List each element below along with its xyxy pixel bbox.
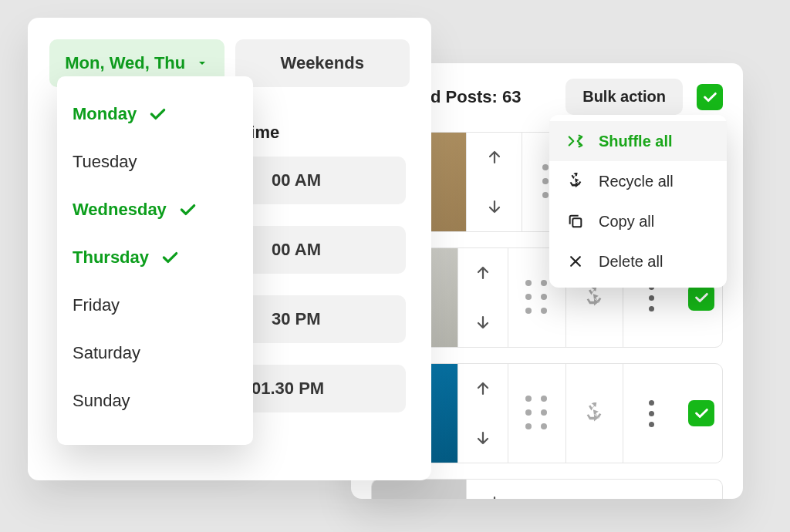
bulk-action-label: Bulk action [582,88,666,106]
day-option-tuesday[interactable]: Tuesday [66,138,244,186]
post-row [371,479,723,499]
day-option-thursday[interactable]: Thursday [66,234,244,281]
day-label: Saturday [73,343,140,363]
recycle-icon [583,287,605,308]
day-label: Wednesday [73,200,167,220]
grip-dots-icon [525,396,549,431]
check-icon [177,200,198,220]
recycle-icon [566,172,585,190]
recycle-all-item[interactable]: Recycle all [549,161,727,201]
copy-icon [566,212,585,231]
arrow-up-icon [474,264,492,282]
check-icon [693,289,710,306]
day-label: Friday [73,295,120,315]
more-options-button[interactable] [623,364,680,463]
day-select-menu: Monday Tuesday Wednesday Thursday Friday… [57,76,253,445]
move-down-button[interactable] [458,413,508,463]
check-icon [160,247,180,268]
menu-label: Recycle all [599,173,674,190]
time-slot-list: 00 AM 00 AM 30 PM 01.30 PM [228,157,410,412]
recycle-button[interactable] [565,364,623,463]
drag-handle[interactable] [508,364,565,463]
move-down-button[interactable] [467,480,522,499]
arrow-up-icon [474,379,492,398]
reorder-controls [457,364,508,463]
shuffle-all-item[interactable]: Shuffle all [549,121,727,161]
day-label: Tuesday [73,152,137,172]
time-slot[interactable]: 01.30 PM [228,365,406,412]
copy-all-item[interactable]: Copy all [549,201,727,241]
menu-label: Copy all [599,213,654,231]
move-up-button[interactable] [458,248,508,298]
day-option-wednesday[interactable]: Wednesday [66,186,244,234]
move-up-button[interactable] [467,133,522,182]
arrow-down-icon [485,493,504,500]
day-label: Thursday [73,247,149,268]
day-label: Sunday [73,391,130,411]
kebab-menu-icon [649,400,654,427]
time-slot[interactable]: 30 PM [228,295,406,343]
select-all-checkbox[interactable] [697,84,723,110]
menu-label: Delete all [599,253,663,271]
time-slot[interactable]: 00 AM [228,226,406,274]
day-option-saturday[interactable]: Saturday [66,329,244,377]
post-thumbnail[interactable] [372,480,466,499]
days-tab-label: Mon, Wed, Thu [65,53,185,73]
bulk-action-menu: Shuffle all Recycle all Copy all Delete … [549,115,727,288]
move-up-button[interactable] [458,364,508,413]
close-icon [566,252,585,271]
reorder-controls [466,133,522,231]
reorder-controls [457,248,508,347]
check-icon [147,104,167,124]
check-icon [693,405,710,422]
day-label: Monday [73,104,137,124]
reorder-controls [466,480,522,499]
shuffle-icon [566,132,585,150]
delete-all-item[interactable]: Delete all [549,241,727,281]
arrow-down-icon [474,429,492,447]
time-slot[interactable]: 00 AM [228,157,406,204]
day-option-sunday[interactable]: Sunday [66,377,244,425]
arrow-up-icon [485,148,504,167]
recycle-icon [583,402,605,424]
arrow-down-icon [485,197,504,216]
svg-rect-0 [572,218,581,227]
check-icon [701,89,718,106]
move-down-button[interactable] [458,298,508,347]
menu-label: Shuffle all [599,133,673,150]
weekends-tab[interactable]: Weekends [235,39,410,87]
kebab-menu-icon [649,285,654,311]
bulk-action-button[interactable]: Bulk action [565,79,683,115]
day-option-friday[interactable]: Friday [66,281,244,329]
chevron-down-icon [196,57,208,69]
weekends-tab-label: Weekends [281,53,364,72]
arrow-down-icon [474,313,492,332]
grip-dots-icon [525,280,549,315]
day-option-monday[interactable]: Monday [66,90,244,138]
move-down-button[interactable] [467,182,522,231]
row-checkbox[interactable] [680,364,722,463]
